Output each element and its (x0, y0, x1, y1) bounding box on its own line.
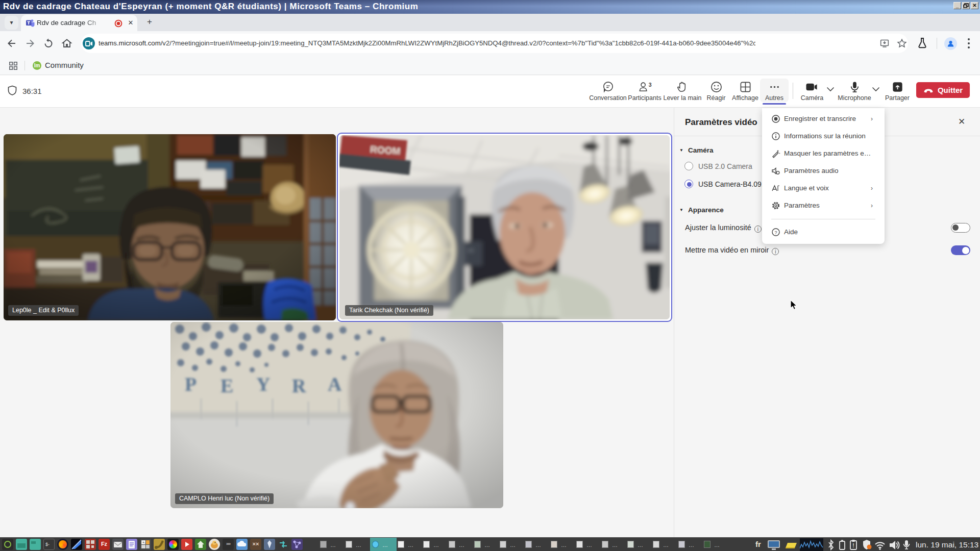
svg-text:ROOM: ROOM (370, 144, 401, 157)
svg-text:?: ? (774, 230, 777, 235)
svg-text:3: 3 (649, 82, 652, 88)
svg-text:!: ! (852, 543, 854, 548)
svg-text:+-: +- (142, 541, 146, 544)
svg-text:not: not (468, 248, 473, 252)
